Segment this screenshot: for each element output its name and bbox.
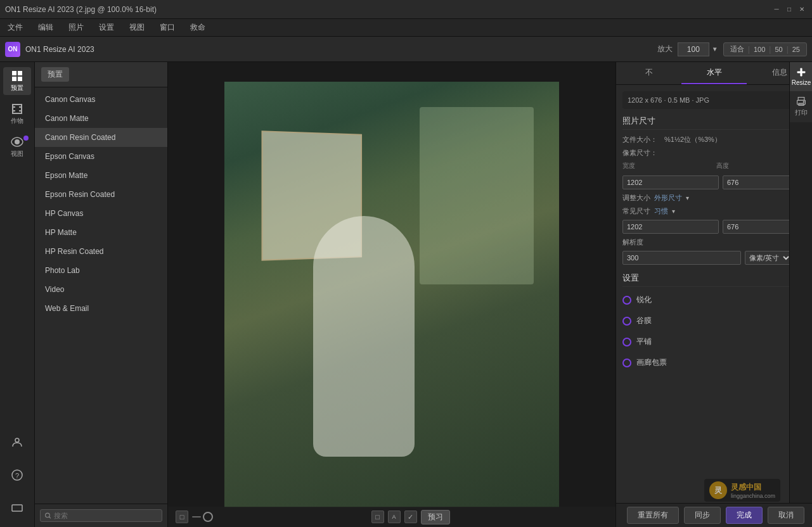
gallery-row: 画廊包票 ↺ [622, 355, 806, 371]
menu-edit[interactable]: 编辑 [35, 21, 56, 34]
zoom-input[interactable] [678, 42, 709, 56]
width-px-col [622, 220, 719, 234]
actions-tool-label: 作物 [11, 117, 23, 125]
tab-bu[interactable]: 不 [616, 62, 681, 84]
preview-button[interactable]: 预习 [421, 510, 450, 524]
zoom-50-btn[interactable]: 50 [772, 46, 785, 53]
window-controls: ─ □ ✕ [771, 4, 807, 15]
view-tool[interactable]: 视图 [3, 133, 31, 161]
preset-canon-resin-coated[interactable]: Canon Resin Coated [35, 128, 167, 147]
reset-all-button[interactable]: 重置所有 [627, 507, 679, 524]
main-image [224, 82, 559, 507]
zoom-25-btn[interactable]: 25 [790, 46, 802, 53]
app-name: ON1 Resize AI 2023 [25, 45, 94, 54]
width-px-input[interactable] [622, 220, 719, 234]
settings-header: 设置 ↺ [622, 272, 806, 287]
presets-tool-label: 预置 [11, 84, 23, 92]
file-size-row: 文件大小： %1½2位（%3%） [622, 135, 806, 144]
resolution-input[interactable] [622, 251, 741, 265]
preset-video[interactable]: Video [35, 280, 167, 299]
menu-photo[interactable]: 照片 [66, 21, 86, 34]
resize-mode-row: 调整大小 外形尺寸 ▾ [622, 193, 806, 203]
right-content: 1202 x 676 · 0.5 MB · JPG 照片尺寸 ↺ 文件大小： %… [616, 85, 812, 503]
minimize-button[interactable]: ─ [771, 4, 782, 15]
preset-epson-canvas[interactable]: Epson Canvas [35, 147, 167, 166]
resolution-label: 解析度 [622, 238, 661, 247]
preset-hp-resin-coated[interactable]: HP Resin Coated [35, 242, 167, 261]
close-button[interactable]: ✕ [797, 4, 807, 15]
presets-header-btn[interactable]: 预置 [41, 67, 69, 82]
tile-label: 平铺 [636, 336, 652, 347]
sharpen-row: 锐化 ↺ [622, 292, 806, 308]
photo-size-title: 照片尺寸 [622, 115, 655, 127]
frame-icon[interactable] [3, 494, 31, 522]
zoom-label: 放大 [657, 44, 673, 54]
width-input[interactable] [622, 175, 719, 189]
svg-rect-2 [12, 77, 16, 81]
res-unit-select[interactable]: 像素/英寸 像素/cm [745, 251, 792, 265]
cancel-button[interactable]: 取消 [768, 507, 804, 524]
menu-help[interactable]: 救命 [188, 21, 208, 34]
sync-button[interactable]: 同步 [684, 507, 721, 524]
done-button[interactable]: 完成 [726, 507, 763, 524]
preset-photo-lab[interactable]: Photo Lab [35, 261, 167, 280]
file-size-label: 文件大小： [622, 135, 661, 144]
toolbar: ON ON1 Resize AI 2023 放大 ▼ 适合 | 100 | 50… [0, 37, 812, 62]
preset-epson-matte[interactable]: Epson Matte [35, 166, 167, 185]
tile-row: 平铺 ↺ [622, 334, 806, 350]
titlebar-title: ON1 Resize AI 2023 (2.jpg @ 100.0% 16-bi… [5, 5, 771, 14]
common-size-row: 常见尺寸 习惯 ▾ [622, 206, 806, 216]
user-icon[interactable] [3, 428, 31, 456]
file-info-section: 1202 x 676 · 0.5 MB · JPG [622, 91, 806, 109]
tile-toggle[interactable] [622, 338, 631, 346]
preset-epson-resin-coated[interactable]: Epson Resin Coated [35, 185, 167, 204]
menu-file[interactable]: 文件 [5, 21, 25, 34]
search-input[interactable] [54, 512, 158, 519]
grain-row: 谷膜 ↺ [622, 313, 806, 329]
image-bottom-center: □ A ✓ 预习 [371, 510, 450, 524]
gallery-toggle[interactable] [622, 359, 631, 367]
habit-btn[interactable]: 习惯 [654, 206, 668, 216]
resolution-row: 解析度 [622, 238, 806, 247]
resolution-input-row: 像素/英寸 像素/cm ⋮ [622, 251, 806, 265]
resize-label: Resize [792, 79, 811, 86]
settings-title: 设置 [622, 272, 639, 284]
presets-tool[interactable]: 预置 [3, 67, 31, 95]
wh-labels-row: 宽度 高度 [622, 162, 806, 172]
preset-canon-matte[interactable]: Canon Matte [35, 109, 167, 128]
right-panel: 不 水平 信息 1202 x 676 · 0.5 MB · JPG 照片尺寸 ↺… [615, 62, 812, 527]
grain-left: 谷膜 [622, 315, 652, 326]
menu-window[interactable]: 窗口 [157, 21, 177, 34]
zoom-100-btn[interactable]: 100 [751, 46, 768, 53]
image-text-btn[interactable]: A [388, 511, 401, 523]
preset-hp-canvas[interactable]: HP Canvas [35, 204, 167, 223]
maximize-button[interactable]: □ [784, 4, 794, 15]
tab-shuiping[interactable]: 水平 [681, 62, 747, 84]
search-icon [44, 512, 51, 519]
svg-point-9 [15, 139, 20, 144]
print-side-btn[interactable]: 打印 [790, 91, 812, 122]
preset-canon-canvas[interactable]: Canon Canvas [35, 90, 167, 109]
image-frame-btn[interactable]: □ [176, 511, 188, 523]
gallery-label: 画廊包票 [636, 357, 667, 368]
grain-toggle[interactable] [622, 317, 631, 326]
sharpen-left: 锐化 [622, 295, 652, 305]
main-area: 预置 作物 视图 ? 预置 Canon Canvas Canon Matte [0, 62, 812, 527]
side-actions: Resize 打印 [789, 62, 812, 503]
preset-hp-matte[interactable]: HP Matte [35, 223, 167, 242]
right-tabs: 不 水平 信息 [616, 62, 812, 85]
sharpen-toggle[interactable] [622, 296, 631, 305]
resize-side-btn[interactable]: Resize [790, 62, 812, 91]
zoom-fit-btn[interactable]: 适合 [728, 44, 747, 54]
help-icon[interactable]: ? [3, 461, 31, 489]
width-col: 宽度 [622, 162, 712, 172]
menu-view[interactable]: 视图 [127, 21, 147, 34]
image-square-btn[interactable]: □ [371, 511, 384, 523]
menu-settings[interactable]: 设置 [96, 21, 117, 34]
preset-web-email[interactable]: Web & Email [35, 299, 167, 318]
actions-tool[interactable]: 作物 [3, 100, 31, 128]
resize-label: 调整大小 [622, 193, 650, 203]
titlebar: ON1 Resize AI 2023 (2.jpg @ 100.0% 16-bi… [0, 0, 812, 19]
outer-size-btn[interactable]: 外形尺寸 [654, 193, 682, 203]
image-check-btn[interactable]: ✓ [404, 511, 417, 523]
